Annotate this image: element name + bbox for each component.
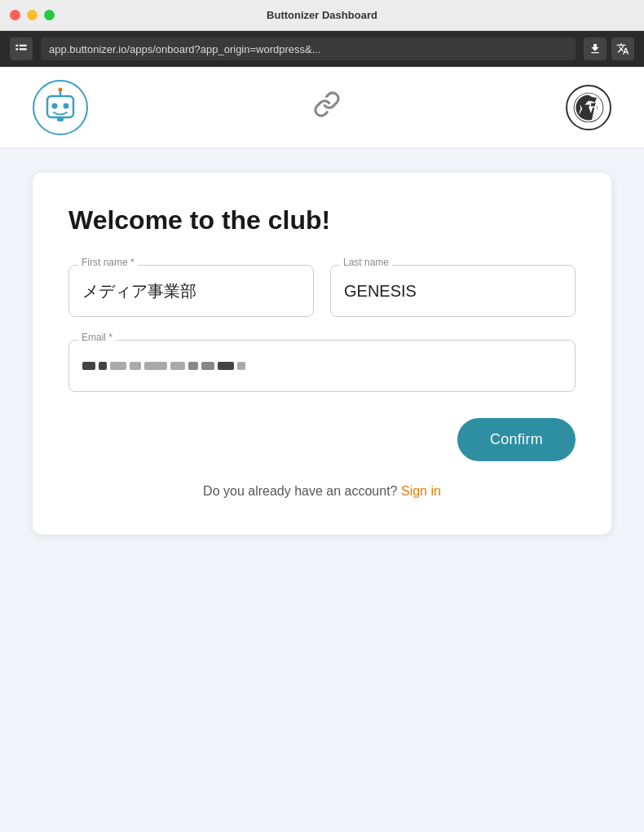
svg-rect-2 <box>20 45 27 46</box>
last-name-label: Last name <box>340 257 392 268</box>
email-section: Email * <box>68 340 576 392</box>
maximize-button[interactable] <box>44 10 55 20</box>
svg-rect-0 <box>15 45 18 46</box>
svg-rect-9 <box>57 117 64 121</box>
minimize-button[interactable] <box>27 10 37 20</box>
last-name-input[interactable] <box>330 265 576 317</box>
browser-actions <box>584 37 634 60</box>
svg-rect-1 <box>15 48 18 50</box>
first-name-field: First name * <box>68 265 314 317</box>
last-name-field: Last name <box>330 265 576 317</box>
svg-point-8 <box>64 103 69 108</box>
buttonizer-icon <box>39 86 82 129</box>
window-title: Buttonizer Dashboard <box>267 9 377 21</box>
confirm-button[interactable]: Confirm <box>457 418 576 461</box>
browser-icon <box>10 37 33 60</box>
svg-rect-3 <box>20 48 27 50</box>
app-logo <box>33 80 88 135</box>
signin-text: Do you already have an account? <box>203 484 397 498</box>
form-card: Welcome to the club! First name * Last n… <box>33 173 611 535</box>
name-fields-row: First name * Last name <box>68 265 576 317</box>
wordpress-logo <box>566 85 611 130</box>
svg-point-7 <box>52 103 58 108</box>
first-name-label: First name * <box>78 257 138 268</box>
window-controls[interactable] <box>10 10 55 20</box>
close-button[interactable] <box>10 10 20 20</box>
title-bar: Buttonizer Dashboard <box>0 0 644 31</box>
download-icon[interactable] <box>584 37 607 60</box>
email-field: Email * <box>68 340 576 392</box>
first-name-input[interactable] <box>68 265 314 317</box>
url-input[interactable] <box>41 37 576 60</box>
link-icon <box>313 90 341 124</box>
signin-row: Do you already have an account? Sign in <box>68 484 576 499</box>
email-label: Email * <box>78 332 116 343</box>
signin-link[interactable]: Sign in <box>401 484 441 498</box>
welcome-title: Welcome to the club! <box>68 205 576 236</box>
main-content: Welcome to the club! First name * Last n… <box>0 148 644 832</box>
svg-point-5 <box>59 87 63 91</box>
email-input-display[interactable] <box>68 340 576 392</box>
app-header <box>0 67 644 148</box>
translate-icon[interactable] <box>611 37 634 60</box>
address-bar <box>0 31 644 67</box>
confirm-row: Confirm <box>68 418 576 461</box>
